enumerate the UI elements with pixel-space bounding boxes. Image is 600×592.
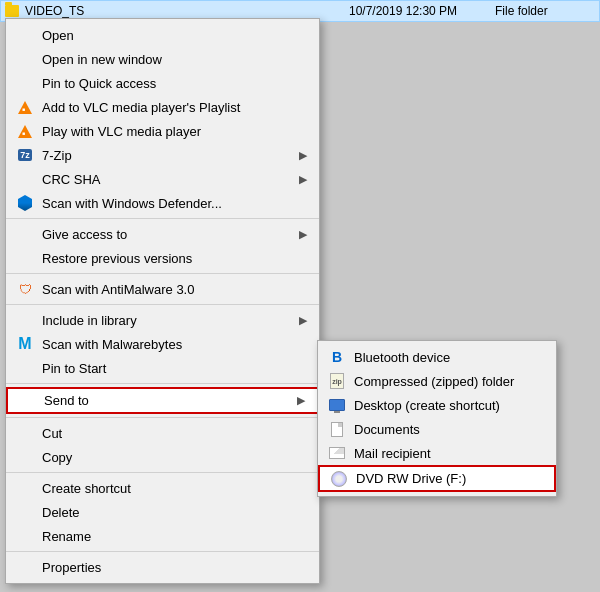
menu-label-rename: Rename (42, 529, 91, 544)
dvd-icon (330, 470, 348, 488)
menu-item-crc-sha[interactable]: CRC SHA ▶ (6, 167, 319, 191)
submenu-label-dvd-rw: DVD RW Drive (F:) (356, 471, 466, 486)
menu-item-scan-antimalware[interactable]: 🛡 Scan with AntiMalware 3.0 (6, 277, 319, 301)
menu-item-scan-malwarebytes[interactable]: M Scan with Malwarebytes (6, 332, 319, 356)
menu-item-delete[interactable]: Delete (6, 500, 319, 524)
desktop-icon (328, 396, 346, 414)
menu-item-add-vlc-playlist[interactable]: Add to VLC media player's Playlist (6, 95, 319, 119)
menu-label-open-new-window: Open in new window (42, 52, 162, 67)
file-name: VIDEO_TS (25, 4, 343, 18)
separator-7 (6, 551, 319, 552)
separator-4 (6, 383, 319, 384)
submenu-item-compressed[interactable]: zip Compressed (zipped) folder (318, 369, 556, 393)
documents-icon (328, 420, 346, 438)
menu-item-properties[interactable]: Properties (6, 555, 319, 579)
menu-label-scan-malwarebytes: Scan with Malwarebytes (42, 337, 182, 352)
menu-label-copy: Copy (42, 450, 72, 465)
menu-item-7zip[interactable]: 7z 7-Zip ▶ (6, 143, 319, 167)
menu-item-pin-quick-access[interactable]: Pin to Quick access (6, 71, 319, 95)
menu-item-give-access[interactable]: Give access to ▶ (6, 222, 319, 246)
separator-6 (6, 472, 319, 473)
file-type: File folder (495, 4, 595, 18)
menu-label-pin-start: Pin to Start (42, 361, 106, 376)
menu-label-include-library: Include in library (42, 313, 137, 328)
arrow-icon-crc: ▶ (299, 173, 307, 186)
bluetooth-icon: B (328, 348, 346, 366)
separator-5 (6, 417, 319, 418)
submenu-item-documents[interactable]: Documents (318, 417, 556, 441)
menu-item-copy[interactable]: Copy (6, 445, 319, 469)
arrow-icon-give-access: ▶ (299, 228, 307, 241)
arrow-icon-library: ▶ (299, 314, 307, 327)
submenu-item-bluetooth[interactable]: B Bluetooth device (318, 345, 556, 369)
submenu-label-mail-recipient: Mail recipient (354, 446, 431, 461)
malwarebytes-icon: M (16, 335, 34, 353)
arrow-icon-send-to: ▶ (297, 394, 305, 407)
7zip-icon: 7z (16, 146, 34, 164)
menu-label-cut: Cut (42, 426, 62, 441)
separator-3 (6, 304, 319, 305)
menu-item-send-to[interactable]: Send to ▶ (6, 387, 319, 414)
menu-label-restore-versions: Restore previous versions (42, 251, 192, 266)
menu-item-include-library[interactable]: Include in library ▶ (6, 308, 319, 332)
menu-label-delete: Delete (42, 505, 80, 520)
menu-label-send-to: Send to (44, 393, 89, 408)
menu-label-play-vlc: Play with VLC media player (42, 124, 201, 139)
menu-item-cut[interactable]: Cut (6, 421, 319, 445)
submenu-send-to: B Bluetooth device zip Compressed (zippe… (317, 340, 557, 497)
submenu-label-compressed: Compressed (zipped) folder (354, 374, 514, 389)
menu-item-open-new-window[interactable]: Open in new window (6, 47, 319, 71)
mail-icon (328, 444, 346, 462)
separator-1 (6, 218, 319, 219)
submenu-label-documents: Documents (354, 422, 420, 437)
menu-label-scan-antimalware: Scan with AntiMalware 3.0 (42, 282, 194, 297)
menu-label-crc-sha: CRC SHA (42, 172, 101, 187)
menu-label-properties: Properties (42, 560, 101, 575)
menu-label-give-access: Give access to (42, 227, 127, 242)
submenu-label-bluetooth: Bluetooth device (354, 350, 450, 365)
submenu-label-desktop: Desktop (create shortcut) (354, 398, 500, 413)
menu-item-pin-start[interactable]: Pin to Start (6, 356, 319, 380)
menu-item-create-shortcut[interactable]: Create shortcut (6, 476, 319, 500)
antimalware-icon: 🛡 (16, 280, 34, 298)
submenu-item-dvd-rw[interactable]: DVD RW Drive (F:) (318, 465, 556, 492)
menu-label-scan-defender: Scan with Windows Defender... (42, 196, 222, 211)
menu-label-open: Open (42, 28, 74, 43)
separator-2 (6, 273, 319, 274)
vlc-icon-2 (16, 122, 34, 140)
menu-item-restore-versions[interactable]: Restore previous versions (6, 246, 319, 270)
menu-label-pin-quick-access: Pin to Quick access (42, 76, 156, 91)
menu-item-rename[interactable]: Rename (6, 524, 319, 548)
zip-icon: zip (328, 372, 346, 390)
submenu-item-mail-recipient[interactable]: Mail recipient (318, 441, 556, 465)
file-date: 10/7/2019 12:30 PM (349, 4, 489, 18)
submenu-item-desktop[interactable]: Desktop (create shortcut) (318, 393, 556, 417)
menu-item-scan-defender[interactable]: Scan with Windows Defender... (6, 191, 319, 215)
context-menu: Open Open in new window Pin to Quick acc… (5, 18, 320, 584)
menu-label-create-shortcut: Create shortcut (42, 481, 131, 496)
menu-item-play-vlc[interactable]: Play with VLC media player (6, 119, 319, 143)
menu-label-7zip: 7-Zip (42, 148, 72, 163)
vlc-icon-1 (16, 98, 34, 116)
menu-label-add-vlc-playlist: Add to VLC media player's Playlist (42, 100, 240, 115)
arrow-icon-7zip: ▶ (299, 149, 307, 162)
menu-item-open[interactable]: Open (6, 23, 319, 47)
folder-icon (5, 5, 19, 17)
defender-icon (16, 194, 34, 212)
